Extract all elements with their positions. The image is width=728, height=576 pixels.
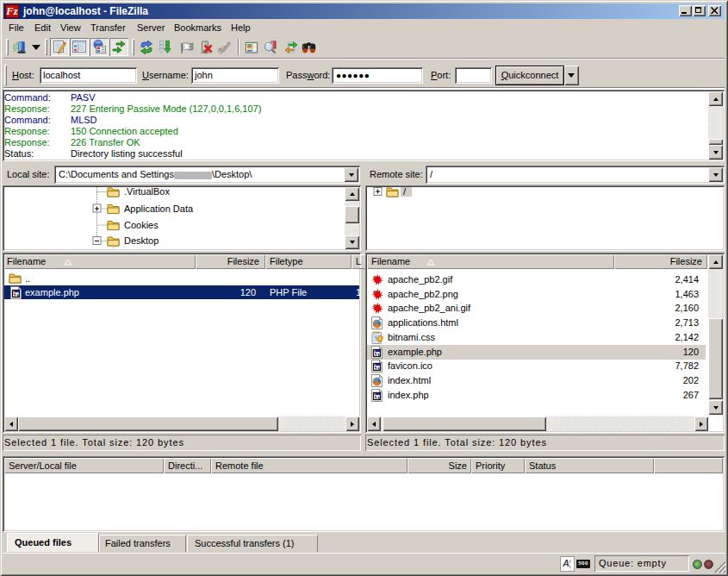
svg-text:.VirtualBox: .VirtualBox xyxy=(124,186,170,197)
svg-text:Desktop: Desktop xyxy=(124,235,159,246)
svg-text:Application Data: Application Data xyxy=(124,203,194,214)
svg-text:Fz: Fz xyxy=(5,4,19,17)
svg-text:Cookies: Cookies xyxy=(124,220,159,230)
